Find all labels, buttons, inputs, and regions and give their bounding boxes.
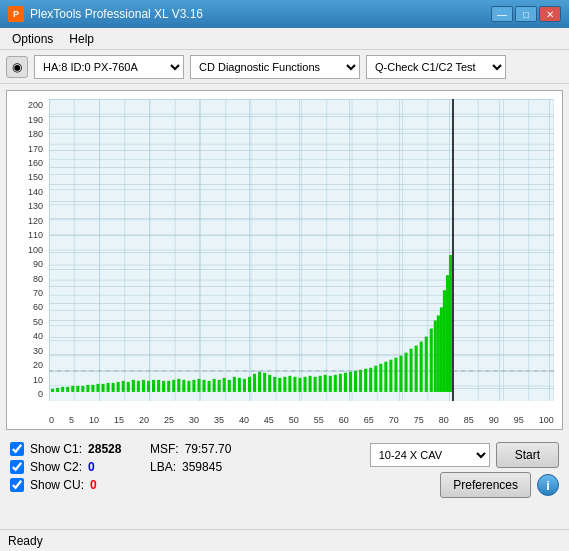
x-label-25: 25 [164, 415, 174, 425]
svg-rect-82 [248, 377, 251, 392]
svg-rect-48 [76, 386, 79, 392]
x-label-20: 20 [139, 415, 149, 425]
svg-rect-53 [102, 384, 105, 392]
x-label-10: 10 [89, 415, 99, 425]
title-bar-left: P PlexTools Professional XL V3.16 [8, 6, 203, 22]
svg-rect-47 [71, 386, 74, 392]
svg-rect-123 [446, 275, 449, 392]
svg-rect-110 [389, 360, 392, 392]
x-axis: 0 5 10 15 20 25 30 35 40 45 50 55 60 65 … [49, 403, 554, 429]
svg-rect-108 [379, 364, 382, 392]
y-label-180: 180 [7, 130, 47, 139]
svg-rect-50 [86, 385, 89, 392]
y-label-40: 40 [7, 332, 47, 341]
svg-rect-101 [344, 373, 347, 392]
svg-rect-100 [339, 374, 342, 392]
minimize-button[interactable]: — [491, 6, 513, 22]
svg-rect-103 [354, 371, 357, 392]
svg-rect-122 [443, 290, 446, 392]
y-label-90: 90 [7, 260, 47, 269]
svg-rect-109 [384, 362, 387, 392]
svg-rect-119 [434, 320, 437, 391]
svg-rect-64 [157, 380, 160, 392]
svg-rect-61 [142, 380, 145, 392]
lba-label: LBA: [150, 460, 176, 474]
svg-rect-93 [304, 377, 307, 392]
svg-rect-111 [394, 358, 397, 392]
svg-rect-46 [66, 387, 69, 392]
y-label-50: 50 [7, 318, 47, 327]
lba-row: LBA: 359845 [150, 460, 260, 474]
x-label-35: 35 [214, 415, 224, 425]
start-button[interactable]: Start [496, 442, 559, 468]
y-label-60: 60 [7, 303, 47, 312]
show-c1-checkbox[interactable] [10, 442, 24, 456]
preferences-button[interactable]: Preferences [440, 472, 531, 498]
svg-rect-76 [218, 380, 221, 392]
x-label-15: 15 [114, 415, 124, 425]
svg-rect-116 [420, 342, 423, 392]
x-label-75: 75 [414, 415, 424, 425]
show-cu-checkbox[interactable] [10, 478, 24, 492]
drive-select[interactable]: HA:8 ID:0 PX-760A [34, 55, 184, 79]
svg-rect-44 [56, 388, 59, 392]
info-button[interactable]: i [537, 474, 559, 496]
title-bar: P PlexTools Professional XL V3.16 — □ ✕ [0, 0, 569, 28]
title-bar-controls: — □ ✕ [491, 6, 561, 22]
svg-rect-65 [162, 381, 165, 392]
show-c2-checkbox[interactable] [10, 460, 24, 474]
x-label-60: 60 [339, 415, 349, 425]
c1-value: 28528 [88, 442, 121, 456]
svg-rect-124 [449, 255, 452, 392]
status-text: Ready [8, 534, 43, 548]
x-label-100: 100 [539, 415, 554, 425]
show-c1-label: Show C1: [30, 442, 82, 456]
msf-group: MSF: 79:57.70 LBA: 359845 [150, 442, 260, 474]
svg-rect-97 [324, 375, 327, 392]
svg-rect-104 [359, 370, 362, 392]
svg-rect-102 [349, 372, 352, 392]
right-controls: 10-24 X CAV4 X CLV8 X CLV16 X CLV Start … [370, 442, 559, 498]
svg-rect-63 [152, 380, 155, 392]
maximize-button[interactable]: □ [515, 6, 537, 22]
svg-rect-85 [263, 373, 266, 392]
checkboxes-group: Show C1: 28528 Show C2: 0 Show CU: 0 [10, 442, 130, 492]
svg-rect-91 [293, 377, 296, 392]
svg-rect-114 [410, 349, 413, 392]
speed-select[interactable]: 10-24 X CAV4 X CLV8 X CLV16 X CLV [370, 443, 490, 467]
chart-inner [49, 99, 554, 401]
window-title: PlexTools Professional XL V3.16 [30, 7, 203, 21]
svg-rect-96 [319, 376, 322, 392]
svg-rect-66 [167, 381, 170, 392]
close-button[interactable]: ✕ [539, 6, 561, 22]
menu-help[interactable]: Help [61, 30, 102, 48]
svg-rect-89 [283, 377, 286, 392]
y-label-70: 70 [7, 289, 47, 298]
svg-rect-77 [223, 378, 226, 392]
svg-rect-71 [192, 380, 195, 392]
menu-options[interactable]: Options [4, 30, 61, 48]
x-label-80: 80 [439, 415, 449, 425]
function-select[interactable]: CD Diagnostic Functions [190, 55, 360, 79]
x-label-45: 45 [264, 415, 274, 425]
x-label-65: 65 [364, 415, 374, 425]
svg-rect-43 [51, 389, 54, 392]
test-select[interactable]: Q-Check C1/C2 Test [366, 55, 506, 79]
y-label-10: 10 [7, 376, 47, 385]
svg-rect-49 [81, 386, 84, 392]
svg-rect-45 [61, 387, 64, 392]
chart-container: 0 10 20 30 40 50 60 70 80 90 100 110 120… [6, 90, 563, 430]
c2-row: Show C2: 0 [10, 460, 130, 474]
y-axis: 0 10 20 30 40 50 60 70 80 90 100 110 120… [7, 99, 47, 401]
x-label-70: 70 [389, 415, 399, 425]
svg-rect-87 [273, 377, 276, 392]
svg-rect-107 [374, 366, 377, 392]
svg-rect-51 [91, 385, 94, 392]
x-label-30: 30 [189, 415, 199, 425]
c1-row: Show C1: 28528 [10, 442, 130, 456]
svg-rect-120 [437, 315, 440, 392]
svg-rect-90 [288, 376, 291, 392]
y-label-130: 130 [7, 202, 47, 211]
x-label-40: 40 [239, 415, 249, 425]
c2-value: 0 [88, 460, 95, 474]
